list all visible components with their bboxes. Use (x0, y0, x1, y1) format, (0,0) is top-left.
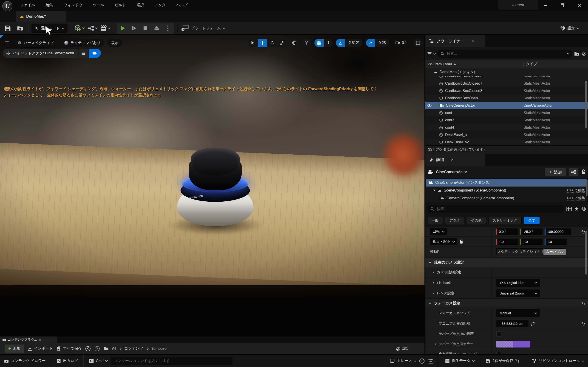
play-button[interactable] (118, 24, 128, 33)
filter-chip-all[interactable]: 全て (524, 217, 540, 224)
eye-icon[interactable] (427, 104, 432, 107)
scale-snap-value[interactable]: 0.25 (376, 39, 389, 47)
camera-tracking-row[interactable]: カメラ追跡設定 (425, 267, 588, 277)
cmd-dropdown[interactable]: Cmd (89, 359, 107, 363)
outliner-row[interactable]: CardboardBoxOpen StaticMeshActor (425, 94, 588, 102)
grid-snap-toggle[interactable] (314, 39, 324, 47)
component-row-camera[interactable]: CameraComponent (CameraComponent) C++ で編… (426, 194, 587, 202)
reset-manual-focus-icon[interactable] (581, 322, 585, 325)
scale-y-field[interactable]: 1.0 (520, 239, 543, 245)
outliner-scrollbar[interactable] (585, 81, 587, 128)
filter-chip-misc[interactable]: その他 (467, 217, 486, 224)
cpp-edit-link[interactable]: C++ で編集 (567, 196, 585, 200)
expand-arrow-icon[interactable] (433, 271, 434, 273)
scale-lock-icon[interactable] (460, 240, 463, 244)
scale-snap-toggle[interactable] (366, 39, 375, 47)
close-button[interactable] (571, 0, 588, 10)
focus-method-dropdown[interactable]: Manual (496, 309, 540, 317)
debug-plane-checkbox[interactable] (496, 332, 502, 336)
close-icon[interactable]: ✕ (471, 39, 474, 43)
expand-arrow-icon[interactable] (433, 282, 434, 284)
close-icon[interactable]: ✕ (39, 338, 41, 342)
expand-arrow-icon[interactable] (433, 190, 435, 191)
play-options-kebab[interactable] (163, 24, 173, 33)
menu-actor[interactable]: アクタ (149, 0, 171, 10)
content-browser-tab[interactable]: コンテンツブラウ... ✕ (0, 336, 57, 343)
outliner-search-input[interactable]: 検索... (437, 50, 572, 58)
world-local-toggle[interactable] (290, 39, 299, 47)
back-button[interactable] (85, 346, 91, 351)
menu-tools[interactable]: ツール (87, 0, 109, 10)
filter-chip-actor[interactable]: アクタ (445, 217, 464, 224)
grid-snap-value[interactable]: 1 (324, 39, 333, 47)
rotation-y-field[interactable]: -25.2 ° (520, 228, 543, 235)
cpp-edit-link[interactable]: C++ で編集 (567, 188, 585, 193)
frame-skip-button[interactable] (129, 24, 139, 33)
rotation-snap-toggle[interactable] (336, 39, 345, 47)
filmback-row[interactable]: Filmback 16:9 Digital Film (425, 277, 588, 288)
focus-method-row[interactable]: フォーカスメソッド Manual (425, 308, 588, 318)
save-button[interactable] (3, 24, 12, 33)
stop-button[interactable] (140, 24, 151, 33)
scale-x-field[interactable]: 1.0 (496, 239, 519, 245)
minimize-button[interactable] (537, 0, 554, 10)
mobility-movable-button[interactable]: ムーバブル (543, 248, 566, 255)
debug-plane-row[interactable]: デバッグ焦点面の描画 (425, 329, 588, 339)
unlock-icon[interactable] (581, 169, 586, 175)
forward-button[interactable] (95, 346, 100, 351)
import-button[interactable]: インポート (28, 346, 53, 351)
pilot-camera-view-toggle[interactable] (89, 49, 101, 58)
scale-tool-button[interactable] (277, 39, 286, 47)
menu-window[interactable]: ウィンドウ (58, 0, 88, 10)
eject-button[interactable] (151, 24, 162, 33)
rotation-snap-value[interactable]: 2.812° (346, 39, 363, 47)
rotate-tool-button[interactable] (268, 39, 277, 47)
filter-chip-general[interactable]: 一般 (427, 217, 443, 224)
expand-arrow-icon[interactable] (435, 343, 436, 345)
lens-dropdown[interactable]: Universal Zoom (496, 290, 540, 297)
level-tab[interactable]: DemoMap* (16, 11, 66, 22)
component-row-instance[interactable]: CineCameraActor (インスタンス) (426, 179, 587, 186)
level-viewport[interactable]: 3Dconnexion パースペクティブ ライティングあり 表示 (0, 35, 424, 336)
mobility-stationary-button[interactable]: ステイショナリ (520, 248, 543, 255)
restore-button[interactable] (554, 0, 571, 10)
add-actor-dropdown[interactable] (74, 25, 84, 32)
outliner-row-partial[interactable]: DeskEasel_a2 StaticMeshActor (425, 139, 588, 144)
breadcrumb-all[interactable]: All (112, 347, 116, 351)
debug-color-swatch[interactable] (496, 341, 530, 348)
focus-smoothing-checkbox[interactable] (496, 352, 502, 355)
move-tool-button[interactable] (258, 39, 267, 47)
new-folder-icon[interactable] (574, 52, 579, 56)
select-tool-button[interactable] (248, 39, 258, 47)
outliner-row-selected[interactable]: CineCameraActor CineCameraActor (425, 102, 588, 109)
breadcrumb-content[interactable]: コンテンツ (124, 346, 143, 351)
add-content-button[interactable]: + 追加 (5, 344, 24, 353)
perspective-dropdown[interactable]: パースペクティブ (14, 39, 57, 47)
outliner-row[interactable]: CardboardBoxClosed7 StaticMeshActor (425, 80, 588, 87)
details-search-input[interactable]: 検索 (427, 205, 564, 213)
mobility-static-button[interactable]: スタティック (496, 248, 519, 255)
manual-focus-field[interactable]: 38.533112 cm (496, 320, 528, 327)
rotation-dropdown[interactable]: 回転 (430, 228, 447, 235)
outliner-settings-gear-icon[interactable] (581, 51, 586, 56)
debug-color-row[interactable]: デバッグ焦点面カラー (425, 339, 588, 349)
filter-chip-streaming[interactable]: ストリーミング (488, 217, 522, 224)
outliner-row[interactable]: cont3 StaticMeshActor (425, 117, 588, 124)
output-log-button[interactable]: 出力ログ (57, 359, 78, 363)
viewport-options-menu[interactable] (3, 39, 11, 47)
outliner-row[interactable]: DeskEasel_a StaticMeshActor (425, 131, 588, 139)
viewport-scene[interactable]: 3Dconnexion (0, 35, 424, 298)
rotation-x-field[interactable]: 0.0 ° (496, 228, 519, 235)
property-matrix-icon[interactable] (566, 207, 572, 211)
scale-z-field[interactable]: 1.0 (545, 239, 567, 245)
reset-focus-icon[interactable] (581, 302, 585, 305)
content-drawer-button[interactable]: コンテンツ ドロワー (4, 359, 45, 363)
outliner-row[interactable]: cont StaticMeshActor (425, 109, 588, 117)
expand-arrow-icon[interactable] (433, 292, 434, 294)
close-icon[interactable]: ✕ (451, 158, 454, 162)
save-all-button[interactable]: すべて保存 (57, 346, 82, 351)
filter-icon[interactable] (427, 52, 432, 56)
derived-data-dropdown[interactable]: 派生データ (445, 359, 474, 364)
section-focus-settings[interactable]: フォーカス設定 (425, 299, 588, 308)
type-column[interactable]: タイプ (523, 62, 588, 67)
